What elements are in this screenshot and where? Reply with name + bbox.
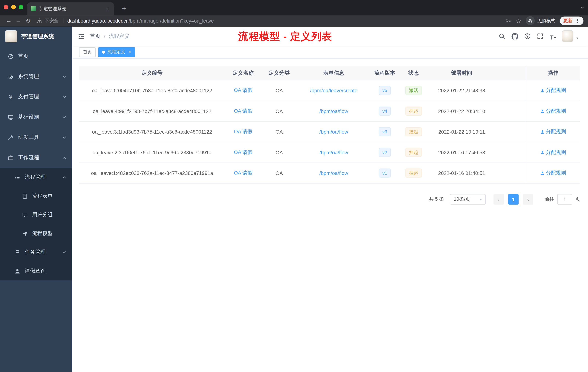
col-form-info: 表单信息 [297, 66, 370, 80]
hamburger-icon[interactable] [72, 27, 90, 46]
incognito-label: 无痕模式 [537, 17, 556, 24]
chrome-update-button[interactable]: 更新 ⋮ [560, 16, 583, 25]
form-link[interactable]: /bpm/oa/flow [319, 150, 348, 155]
next-page-button[interactable]: › [523, 194, 533, 205]
browser-menu-icon[interactable]: ⋮ [575, 18, 580, 23]
sidebar-item-infrastructure[interactable]: 基础设施 [0, 107, 72, 127]
tab-overflow-chevron-icon[interactable] [580, 6, 584, 10]
col-definition-category: 定义分类 [262, 66, 297, 80]
avatar-caret-icon[interactable]: ▾ [576, 36, 578, 40]
table-row: oa_leave:2:3c1f0ef1-76b1-11ec-9c66-a2380… [79, 142, 580, 163]
tab-close-icon[interactable]: × [104, 5, 111, 12]
version-badge: v5 [378, 86, 391, 95]
sidebar-item-label: 流程表单 [32, 193, 52, 199]
definition-name-cell: OA 请假 [225, 142, 262, 163]
site-favicon-icon [31, 6, 36, 11]
help-icon[interactable] [524, 32, 532, 40]
sidebar-item-label: 研发工具 [18, 134, 39, 141]
form-link[interactable]: /bpm/oa/flow [319, 170, 348, 176]
form-link[interactable]: /bpm/oa/flow [319, 108, 348, 114]
reload-button[interactable]: ↻ [23, 16, 33, 25]
assign-rule-link[interactable]: 分配规则 [540, 149, 566, 156]
breadcrumb-home[interactable]: 首页 [90, 33, 101, 40]
sidebar-item-task-management[interactable]: 任务管理 [0, 243, 72, 262]
assign-rule-link[interactable]: 分配规则 [540, 108, 566, 114]
current-page-button[interactable]: 1 [508, 194, 519, 205]
definition-id-cell: oa_leave:1:482ec033-762a-11ec-8477-a2380… [79, 163, 225, 183]
address-bar[interactable]: 不安全 dashboard.yudao.iocoder.cn/bpm/manag… [37, 17, 214, 24]
sidebar-item-label: 首页 [18, 53, 29, 60]
form-link[interactable]: /bpm/oa/leave/create [310, 88, 357, 93]
address-toolbar: ← → ↻ 不安全 dashboard.yudao.iocoder.cn/bpm… [0, 15, 588, 27]
prev-page-button[interactable]: ‹ [494, 194, 504, 205]
chevron-down-icon [62, 75, 66, 79]
assign-rule-link[interactable]: 分配规则 [540, 128, 566, 135]
tag-home[interactable]: 首页 [79, 47, 96, 57]
zoom-window-button[interactable] [19, 5, 23, 10]
definition-name-link[interactable]: OA 请假 [234, 128, 252, 135]
category-cell: OA [262, 101, 297, 121]
sidebar-item-leave-query[interactable]: 请假查询 [0, 262, 72, 280]
sidebar-logo[interactable]: 芋道管理系统 [0, 27, 72, 46]
forward-button[interactable]: → [13, 16, 23, 25]
back-button[interactable]: ← [4, 16, 14, 25]
col-status: 状态 [399, 66, 428, 80]
page-url[interactable]: dashboard.yudao.iocoder.cn/bpm/manager/d… [67, 18, 214, 23]
sidebar-item-user-group[interactable]: 用户分组 [0, 205, 72, 224]
sidebar-submenu-workflow: 流程管理 流程表单 用户分组 流程模型 任务管理 [0, 168, 72, 280]
sidebar-item-process-management[interactable]: 流程管理 [0, 168, 72, 186]
definition-name-cell: OA 请假 [225, 101, 262, 121]
breadcrumb-separator: / [104, 33, 105, 39]
definition-name-link[interactable]: OA 请假 [234, 87, 252, 94]
sidebar-item-payment[interactable]: ¥ 支付管理 [0, 87, 72, 107]
definition-id-cell: oa_leave:5:004b710b-7b8a-11ec-8ef0-acde4… [79, 80, 225, 100]
assign-rule-link[interactable]: 分配规则 [540, 87, 566, 94]
form-link[interactable]: /bpm/oa/flow [319, 129, 348, 134]
close-window-button[interactable] [4, 5, 8, 10]
sidebar-item-system[interactable]: 系统管理 [0, 66, 72, 87]
search-icon[interactable] [498, 32, 506, 40]
sidebar-item-label: 流程模型 [32, 230, 52, 237]
version-badge: v4 [378, 107, 391, 116]
active-dot-icon [102, 50, 105, 54]
sidebar-item-process-form[interactable]: 流程表单 [0, 186, 72, 205]
new-tab-button[interactable]: + [118, 2, 130, 14]
filler-cell [495, 80, 526, 100]
app-logo-image [5, 30, 17, 42]
person-icon [14, 268, 21, 274]
key-icon[interactable] [505, 17, 511, 24]
assign-rule-link[interactable]: 分配规则 [540, 170, 566, 176]
browser-tab[interactable]: 芋道管理系统 × [27, 2, 115, 15]
minimize-window-button[interactable] [11, 5, 16, 10]
github-icon[interactable] [511, 32, 519, 40]
definition-name-link[interactable]: OA 请假 [234, 108, 252, 114]
breadcrumb-current: 流程定义 [109, 33, 130, 40]
fullscreen-icon[interactable] [536, 32, 544, 40]
goto-page-input[interactable] [557, 194, 572, 205]
user-avatar[interactable] [562, 30, 573, 42]
sidebar-item-home[interactable]: 首页 [0, 46, 72, 66]
definitions-table: 定义编号 定义名称 定义分类 表单信息 流程版本 状态 部署时间 操作 oa_l… [79, 66, 580, 184]
incognito-badge: 无痕模式 [526, 16, 556, 25]
security-label[interactable]: 不安全 [44, 17, 59, 24]
sidebar-item-workflow[interactable]: 工作流程 [0, 148, 72, 168]
bookmark-star-icon[interactable]: ☆ [516, 17, 521, 24]
tag-process-definition[interactable]: 流程定义 × [98, 47, 135, 57]
status-badge: 激活 [405, 86, 422, 95]
sidebar-item-label: 用户分组 [32, 211, 52, 218]
col-filler [495, 66, 526, 80]
user-group-icon [22, 212, 28, 218]
definition-name-link[interactable]: OA 请假 [234, 149, 252, 156]
sidebar-item-devtools[interactable]: 研发工具 [0, 127, 72, 147]
font-size-icon[interactable]: TT [549, 32, 557, 40]
browser-window: 芋道管理系统 × + ← → ↻ 不安全 dashboard.yudao.ioc… [0, 0, 588, 372]
page-size-select[interactable]: 10条/页 ▾ [450, 194, 486, 205]
table-row: oa_leave:5:004b710b-7b8a-11ec-8ef0-acde4… [79, 80, 580, 101]
total-count: 共 5 条 [429, 196, 444, 203]
sidebar-item-process-model[interactable]: 流程模型 [0, 224, 72, 243]
process-list-icon [14, 174, 21, 180]
screenshot-root: 芋道管理系统 × + ← → ↻ 不安全 dashboard.yudao.ioc… [0, 0, 588, 372]
tag-close-icon[interactable]: × [128, 50, 131, 55]
version-badge: v3 [378, 127, 391, 136]
definition-name-link[interactable]: OA 请假 [234, 170, 252, 176]
